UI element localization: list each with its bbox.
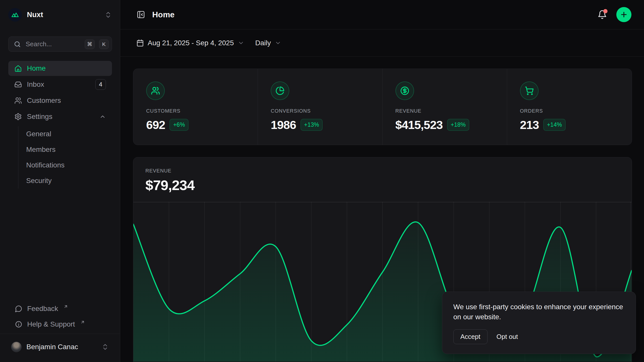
sidebar-item-label: Inbox: [27, 80, 90, 88]
date-range-label: Aug 21, 2025 - Sep 4, 2025: [148, 39, 234, 47]
calendar-icon: [136, 39, 144, 47]
toolbar: Aug 21, 2025 - Sep 4, 2025 Daily: [120, 29, 644, 57]
navbar: Home: [120, 0, 644, 29]
user-avatar: [11, 342, 22, 352]
sidebar-item-general[interactable]: General: [18, 126, 112, 142]
sidebar-nav: Home Inbox 4 Customers Settings Ge: [8, 61, 112, 189]
cookie-message: We use first-party cookies to enhance yo…: [453, 302, 625, 322]
sidebar-item-settings[interactable]: Settings: [8, 109, 112, 124]
stat-value: 692: [146, 118, 165, 132]
cart-icon: [520, 81, 539, 100]
user-name: Benjamin Canac: [26, 343, 97, 351]
stat-label: ORDERS: [520, 108, 632, 114]
sidebar-item-members[interactable]: Members: [18, 142, 112, 157]
info-circle-icon: [15, 321, 22, 328]
external-link-icon: [63, 304, 68, 309]
stat-value: 213: [520, 118, 539, 132]
sidebar-item-home[interactable]: Home: [8, 61, 112, 76]
stat-delta-badge: +6%: [170, 119, 188, 131]
stat-value: $415,523: [395, 118, 443, 132]
granularity-label: Daily: [255, 39, 271, 47]
inbox-count-badge: 4: [95, 79, 106, 90]
opt-out-button[interactable]: Opt out: [497, 330, 518, 344]
navbar-left: Home: [136, 10, 175, 19]
kbd-meta: ⌘: [85, 39, 95, 49]
stat-delta-badge: +14%: [543, 119, 565, 131]
users-icon: [146, 81, 165, 100]
sidebar-item-security[interactable]: Security: [18, 173, 112, 189]
user-menu[interactable]: Benjamin Canac: [8, 336, 112, 357]
chevron-down-icon: [238, 40, 244, 46]
stat-card-orders[interactable]: ORDERS 213 +14%: [507, 69, 632, 145]
stat-card-customers[interactable]: CUSTOMERS 692 +6%: [133, 69, 258, 145]
team-switcher[interactable]: Nuxt: [8, 0, 112, 29]
main-area: Home Aug 21, 2025 - Sep 4, 2025 Daily: [120, 0, 644, 362]
sidebar-item-inbox[interactable]: Inbox 4: [8, 77, 112, 92]
sidebar-item-label: Home: [27, 64, 106, 72]
accept-button[interactable]: Accept: [453, 329, 488, 344]
pie-chart-icon: [271, 81, 289, 100]
sidebar-item-label: Settings: [27, 113, 94, 121]
stat-card-revenue[interactable]: REVENUE $415,523 +18%: [383, 69, 507, 145]
stat-delta-badge: +13%: [301, 119, 323, 131]
sidebar-item-label: Customers: [27, 97, 106, 105]
chevrons-up-down-icon: [104, 11, 112, 19]
revenue-chart-header: REVENUE $79,234: [133, 157, 632, 193]
home-icon: [14, 65, 22, 72]
stat-label: CUSTOMERS: [146, 108, 258, 114]
settings-subnav: General Members Notifications Security: [18, 126, 112, 189]
cookie-consent-toast: We use first-party cookies to enhance yo…: [442, 292, 636, 354]
sidebar-footer: Feedback Help & Support Benjamin Canac: [8, 301, 112, 362]
notifications-button[interactable]: [597, 10, 607, 19]
navbar-right: [597, 7, 631, 22]
chevrons-up-down-icon: [101, 343, 109, 351]
team-name: Nuxt: [27, 11, 99, 19]
stat-label: REVENUE: [395, 108, 507, 114]
granularity-select[interactable]: Daily: [255, 39, 281, 47]
cookie-actions: Accept Opt out: [453, 329, 625, 344]
revenue-chart-value: $79,234: [145, 177, 620, 193]
page-title: Home: [152, 10, 175, 19]
notification-dot: [603, 9, 608, 13]
sidebar: Nuxt Search... ⌘ K Home Inbox 4: [0, 0, 120, 362]
users-icon: [14, 97, 22, 104]
sidebar-item-customers[interactable]: Customers: [8, 93, 112, 108]
stat-label: CONVERSIONS: [271, 108, 382, 114]
feedback-link[interactable]: Feedback: [8, 301, 112, 316]
nuxt-logo-icon: [8, 8, 22, 22]
stats-grid: CUSTOMERS 692 +6% CONVERSIONS 1986 +13%: [133, 69, 632, 145]
sidebar-divider: [0, 334, 120, 334]
revenue-chart-label: REVENUE: [145, 168, 620, 174]
dollar-circle-icon: [395, 81, 414, 100]
feedback-label: Feedback: [27, 305, 58, 313]
add-button[interactable]: [616, 7, 631, 22]
stat-delta-badge: +18%: [447, 119, 469, 131]
help-support-link[interactable]: Help & Support: [8, 316, 112, 332]
search-input[interactable]: Search... ⌘ K: [8, 36, 112, 52]
help-support-label: Help & Support: [27, 320, 75, 328]
sidebar-item-notifications[interactable]: Notifications: [18, 157, 112, 173]
chevron-down-icon: [275, 40, 281, 46]
inbox-icon: [14, 81, 22, 88]
sidebar-collapse-button[interactable]: [136, 10, 145, 19]
kbd-k: K: [99, 39, 109, 49]
chevron-up-icon: [99, 113, 106, 120]
search-icon: [14, 40, 21, 48]
stat-card-conversions[interactable]: CONVERSIONS 1986 +13%: [258, 69, 382, 145]
search-placeholder: Search...: [26, 40, 80, 48]
date-range-picker[interactable]: Aug 21, 2025 - Sep 4, 2025: [136, 39, 244, 47]
message-circle-icon: [15, 305, 22, 312]
external-link-icon: [80, 320, 85, 325]
gear-icon: [14, 113, 22, 120]
stat-value: 1986: [271, 118, 296, 132]
